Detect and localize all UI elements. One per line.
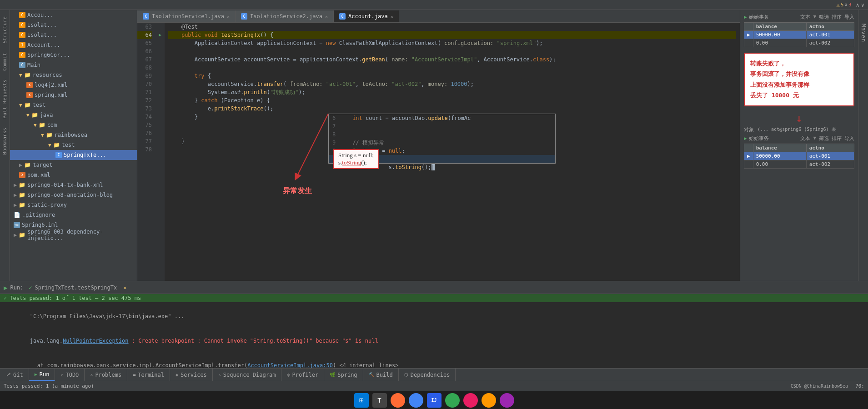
sidebar-item-test-inner-folder[interactable]: ▼ 📁 test [10,140,137,150]
code-line-63: @Test [168,23,736,31]
sidebar-item-spring6014[interactable]: ▶ 📁 spring6-014-tx-bank-xml [10,180,137,190]
sidebar-item-spring6oo8[interactable]: ▶ 📁 spring6-oo8-anotation-blog [10,190,137,200]
db-sort-btn[interactable]: 排序 [832,14,842,20]
file-icon: C [19,12,25,18]
db-import-btn[interactable]: 导入 [844,14,854,20]
code-line-68 [168,64,736,72]
run-gutter-icon[interactable]: ▶ [156,31,165,39]
sidebar-item-resources-folder[interactable]: ▼ 📁 resources [10,70,137,80]
console-output[interactable]: "C:\Program Files\Java\jdk-17\bin\java.e… [0,302,868,368]
warning-count: 5 [841,2,844,8]
csdn-watermark: CSDN @ChinaRainbowSea [791,384,848,389]
terminal-icon: ▬ [133,372,135,377]
db-bottom-table: balance actno ▶ 50000.00 act-001 0.00 [744,144,854,169]
line-numbers: 63 64 65 66 67 68 69 70 71 72 73 74 75 7… [137,23,156,281]
sidebar-item-log4j2[interactable]: X log4j2.xml [10,80,137,90]
pull-requests-tab[interactable]: Pull Requests [1,77,9,121]
sidebar-item-gitignore[interactable]: 📄 .gitignore [10,210,137,220]
sidebar-item-test-folder[interactable]: ▼ 📁 test [10,100,137,110]
table-row[interactable]: 0.00 act-002 [744,39,854,47]
tab-dependencies[interactable]: ⬡ Dependencies [399,369,456,381]
warning-icon: ⚠ [836,2,839,8]
db-sort-btn2[interactable]: 排序 [832,135,842,142]
taskbar-idea[interactable]: IJ [427,393,442,408]
services-icon: ◈ [176,372,178,377]
commit-tab[interactable]: Commit [1,50,9,74]
tab-problems[interactable]: ⚠ Problems [85,369,127,381]
sidebar-item-account-java1[interactable]: C Accou... [10,10,137,20]
sidebar-item-main[interactable]: C Main [10,60,137,70]
tab-run[interactable]: ▶ Run [29,369,55,381]
taskbar-windows[interactable]: ⊞ [354,393,369,408]
tab-sequence-diagram[interactable]: ⬦ Sequence Diagram [213,369,282,381]
maven-label[interactable]: Maven [860,24,867,42]
db-text-btn2[interactable]: 文本 [800,135,810,142]
tab-profiler[interactable]: ◎ Profiler [281,369,324,381]
file-icon: C [19,62,25,68]
sidebar-item-spring-xml[interactable]: X spring.xml [10,90,137,100]
diagram-icon: ⬦ [218,372,221,377]
code-editor[interactable]: 63 64 65 66 67 68 69 70 71 72 73 74 75 7… [137,23,740,281]
taskbar-maps[interactable] [445,393,460,408]
tab-build[interactable]: 🔨 Build [363,369,399,381]
tab-git[interactable]: ⎇ Git [0,369,29,381]
stack-link-1[interactable]: AccountServiceImpl.java:50 [247,362,333,368]
tab-isolation1[interactable]: C IsolationService1.java ✕ [137,10,236,22]
sidebar-item-rainbowsea-folder[interactable]: ▼ 📁 rainbowsea [10,130,137,140]
db-top-title: 始始事务 [749,14,769,20]
sidebar-item-static-proxy[interactable]: ▶ 📁 static-proxy [10,200,137,210]
close-run-tab[interactable]: ✕ [123,284,126,291]
badge-icon: 1 [19,42,25,48]
db-text-btn[interactable]: 文本 [800,14,810,20]
tab-account[interactable]: C Account.java ✕ [334,10,399,22]
xml-icon: X [26,82,33,88]
sidebar-item-isolation2[interactable]: C Isolat... [10,30,137,40]
db-import-btn2[interactable]: 导入 [844,135,854,142]
sidebar-item-isolation1[interactable]: C Isolat... [10,20,137,30]
sidebar-item-pom-xml[interactable]: X pom.xml [10,170,137,180]
console-line-error: java.lang.NullPointerException : Create … [4,329,864,353]
db-filter-btn2[interactable]: 筛选 [819,135,829,142]
bookmarks-tab[interactable]: Bookmarks [1,125,9,158]
play-button[interactable]: ▶ [4,284,7,291]
sidebar-item-springtxtest[interactable]: C SpringTxTe... [10,150,137,160]
xml-icon: X [26,92,33,98]
sidebar-item-spring6003[interactable]: ▶ 📁 spring6-003-dependency-injectio... [10,230,137,240]
error-count: 3 [848,2,852,8]
sidebar-item-account-badge[interactable]: 1 Account... [10,40,137,50]
sidebar-item-spring6cor[interactable]: C Spring6Cor... [10,50,137,60]
taskbar-chrome[interactable] [409,393,423,408]
file-icon: C [19,52,25,58]
code-line-66 [168,47,736,55]
tab-isolation2[interactable]: C IsolationService2.java ✕ [236,10,334,22]
structure-tab[interactable]: Structure [1,14,9,46]
col-actno: actno [806,23,854,31]
close-icon[interactable]: ✕ [325,14,328,19]
sidebar-item-com-folder[interactable]: ▼ 📁 com [10,120,137,130]
col-actno2: actno [806,144,854,152]
sidebar-item-java-folder[interactable]: ▼ 📁 java [10,110,137,120]
taskbar-icon3[interactable] [500,393,514,408]
taskbar-search[interactable]: T [372,393,387,408]
taskbar-icon1[interactable] [463,393,478,408]
tab-terminal[interactable]: ▬ Terminal [127,369,170,381]
code-line-65: ApplicationContext applicationContext = … [168,39,736,47]
close-icon[interactable]: ✕ [227,14,230,19]
sidebar-item-target-folder[interactable]: ▶ 📁 target [10,160,137,170]
expand-btn[interactable]: ∨ [861,2,864,8]
tab-todo[interactable]: ☑ TODO [55,369,85,381]
db-section-bottom: 对象 (..._act@spring6 (Spring6) 表 ▶ 始始事务 文… [744,126,854,169]
content-area: Structure Commit Pull Requests Bookmarks… [0,10,868,281]
table-row[interactable]: 0.00 act-002 [744,160,854,168]
table-row[interactable]: ▶ 50000.00 act-001 [744,152,854,160]
tab-services[interactable]: ◈ Services [170,369,213,381]
taskbar-firefox[interactable] [391,393,405,408]
null-pointer-exception-link[interactable]: NullPointerException [63,338,129,344]
taskbar-icon2[interactable] [482,393,496,408]
close-icon[interactable]: ✕ [391,14,393,19]
tab-spring[interactable]: 🌿 Spring [324,369,363,381]
collapse-btn[interactable]: ∧ [856,2,859,8]
table-row[interactable]: ▶ 50000.00 act-001 [744,31,854,39]
db-top-table: balance actno ▶ 50000.00 act-001 0.00 [744,22,854,47]
db-filter-btn[interactable]: 筛选 [819,14,829,20]
